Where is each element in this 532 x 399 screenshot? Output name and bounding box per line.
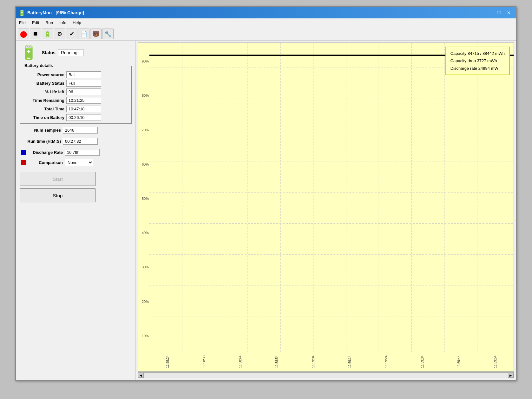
close-button[interactable]: ✕ [504,9,513,16]
y-axis: 90% 80% 70% 60% 50% 40% 30% 20% 10% [138,43,149,354]
toolbar-settings-button[interactable]: ⚙ [54,29,65,39]
app-icon: 🔋 [18,10,25,16]
num-samples-row: Num samples 1646 [20,127,132,134]
life-left-value: 96 [66,88,101,95]
battery-details-fields: Power source Bat Battery Status Full % L… [23,71,128,121]
tooltip-line1: Capacity 84715 / 88442 mWh [450,50,505,57]
num-samples-value: 1646 [63,127,98,134]
y-label-90: 90% [142,59,149,63]
comparison-swatch [21,160,26,165]
time-on-battery-value: 00:26:10 [66,114,101,121]
time-remaining-value: 10:21:25 [66,97,101,104]
menu-file[interactable]: File [16,19,29,26]
window-title: BatteryMon - [96% Charge] [27,10,84,15]
y-label-20: 20% [142,300,149,304]
scroll-right-button[interactable]: ▶ [508,373,514,378]
y-label-70: 70% [142,128,149,132]
status-label: Status [42,50,56,55]
battery-large-icon: 🔋 [20,44,37,62]
x-label-6: 11:59:24 [384,356,388,368]
minimize-button[interactable]: — [484,9,493,16]
time-remaining-label: Time Remaining [23,98,64,103]
run-time-label: Run time (H:M:S) [20,139,61,144]
time-on-battery-label: Time on Battery [23,115,64,120]
menu-info[interactable]: Info [56,19,69,26]
y-label-40: 40% [142,231,149,235]
toolbar: ⬤ ⏹ 🔋 ⚙ ✔ 📄 🐻 🔧 [16,27,516,41]
y-label-10: 10% [142,334,149,338]
toolbar-record-button[interactable]: ⬤ [18,29,29,39]
left-panel: 🔋 Status Running Battery details Power s… [16,41,136,380]
menu-edit[interactable]: Edit [29,19,42,26]
comparison-select[interactable]: None [65,159,93,166]
title-bar-left: 🔋 BatteryMon - [96% Charge] [18,10,84,16]
total-time-label: Total Time [23,107,64,111]
time-remaining-row: Time Remaining 10:21:25 [23,97,128,104]
num-samples-label: Num samples [20,128,61,133]
comparison-label: Comparison [28,160,63,165]
run-time-row: Run time (H:M:S) 00:27:32 [20,138,132,145]
power-source-value: Bat [66,71,101,78]
total-time-row: Total Time 10:47:18 [23,106,128,112]
menu-run[interactable]: Run [42,19,56,26]
title-bar-buttons: — ☐ ✕ [484,9,513,16]
power-source-label: Power source [23,72,64,77]
battery-details-group: Battery details Power source Bat Battery… [20,66,132,124]
total-time-value: 10:47:18 [66,106,101,112]
run-time-value: 00:27:32 [63,138,98,145]
x-label-3: 11:58:54 [275,356,279,368]
title-bar: 🔋 BatteryMon - [96% Charge] — ☐ ✕ [16,7,516,18]
discharge-rate-swatch [21,150,26,155]
menu-help[interactable]: Help [69,19,84,26]
maximize-button[interactable]: ☐ [494,9,503,16]
x-label-2: 11:58:44 [239,356,242,368]
chart-area: 90% 80% 70% 60% 50% 40% 30% 20% 10% 11:5… [138,43,514,372]
stop-button[interactable]: Stop [20,188,96,202]
toolbar-tool-button[interactable]: 🔧 [102,29,114,39]
battery-status-label: Battery Status [23,81,64,86]
x-label-7: 11:59:34 [421,356,424,368]
discharge-rate-row: Discharge Rate 10.79h [20,149,132,156]
status-label-group: Status Running [42,49,83,56]
toolbar-stop-button[interactable]: ⏹ [30,29,41,39]
life-left-row: % Life left 96 [23,88,128,95]
main-content: 🔋 Status Running Battery details Power s… [16,41,516,380]
x-label-1: 11:58:33 [202,356,206,368]
x-label-8: 11:59:44 [457,356,461,368]
power-source-row: Power source Bat [23,71,128,78]
y-label-30: 30% [142,265,149,269]
scroll-track[interactable] [144,373,508,378]
y-label-50: 50% [142,197,149,200]
toolbar-check-button[interactable]: ✔ [66,29,77,39]
discharge-rate-label: Discharge Rate [28,150,63,155]
battery-details-legend: Battery details [23,63,54,68]
scroll-left-button[interactable]: ◀ [138,373,144,378]
tooltip-line3: Discharge rate 24994 mW [450,65,505,72]
y-label-60: 60% [142,162,149,166]
button-group: Start Stop [20,172,132,202]
battery-status-value: Full [66,80,101,87]
menu-bar: File Edit Run Info Help [16,18,516,27]
start-button[interactable]: Start [20,172,96,186]
x-label-9: 11:59:54 [494,356,497,368]
x-axis: 11:58:24 11:58:33 11:58:44 11:58:54 11:5… [149,354,514,371]
toolbar-report-button[interactable]: 📄 [78,29,89,39]
tooltip-line2: Capacity drop 3727 mWh [450,57,505,64]
comparison-row: Comparison None [20,159,132,166]
toolbar-bear-button[interactable]: 🐻 [90,29,102,39]
x-label-4: 11:59:04 [312,356,315,368]
toolbar-battery-button[interactable]: 🔋 [42,29,53,39]
right-panel: 90% 80% 70% 60% 50% 40% 30% 20% 10% 11:5… [136,41,516,380]
discharge-rate-value: 10.79h [65,149,100,156]
x-label-0: 11:58:24 [166,356,169,368]
time-on-battery-row: Time on Battery 00:26:10 [23,114,128,121]
chart-tooltip: Capacity 84715 / 88442 mWh Capacity drop… [445,47,510,75]
battery-status-row: Battery Status Full [23,80,128,87]
chart-svg [149,43,514,354]
x-label-5: 11:59:14 [348,356,351,368]
life-left-label: % Life left [23,89,64,94]
status-value: Running [58,49,83,56]
status-row: 🔋 Status Running [20,44,132,62]
y-label-80: 80% [142,94,149,97]
chart-scrollbar: ◀ ▶ [138,372,514,378]
